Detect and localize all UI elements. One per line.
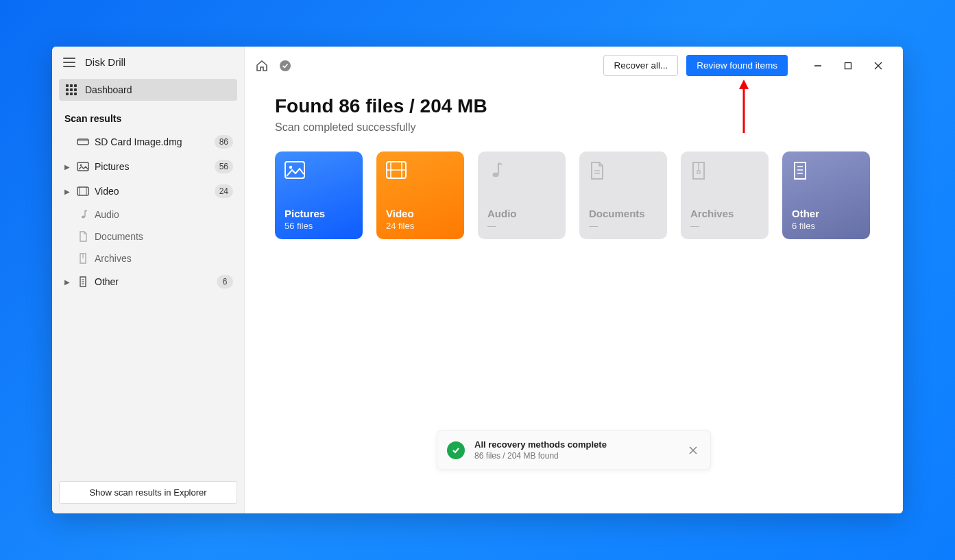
main-panel: Recover all... Review found items Found … — [245, 47, 903, 513]
sidebar-item-video[interactable]: ▶ Video 24 — [59, 179, 237, 204]
sidebar-item-archives[interactable]: Archives — [59, 247, 237, 269]
card-audio[interactable]: Audio — — [478, 151, 566, 239]
tree-label: Audio — [95, 209, 233, 220]
toast-title: All recovery methods complete — [474, 439, 676, 450]
tree-label: SD Card Image.dmg — [95, 136, 209, 147]
sidebar-item-pictures[interactable]: ▶ Pictures 56 — [59, 154, 237, 179]
audio-icon — [77, 209, 89, 220]
tree-label: Other — [95, 276, 211, 287]
svg-point-7 — [82, 216, 85, 219]
card-video[interactable]: Video 24 files — [376, 151, 464, 239]
card-name: Audio — [487, 208, 556, 219]
nav-label: Dashboard — [85, 84, 132, 95]
chevron-right-icon: ▶ — [63, 278, 71, 286]
sidebar-item-sd-card[interactable]: SD Card Image.dmg 86 — [59, 130, 237, 154]
sidebar-item-documents[interactable]: Documents — [59, 226, 237, 247]
card-archives[interactable]: Archives — — [681, 151, 769, 239]
card-name: Video — [386, 208, 455, 219]
chevron-right-icon: ▶ — [63, 188, 71, 195]
page-subtitle: Scan completed successfully — [275, 121, 873, 134]
toast-subtitle: 86 files / 204 MB found — [474, 451, 676, 461]
tree-label: Archives — [95, 253, 233, 264]
other-icon — [792, 161, 860, 186]
document-icon — [77, 231, 89, 242]
review-found-items-button[interactable]: Review found items — [686, 55, 788, 76]
svg-rect-0 — [77, 139, 88, 145]
menu-icon[interactable] — [63, 58, 75, 67]
toolbar: Recover all... Review found items — [245, 47, 903, 84]
card-count: — — [589, 221, 657, 231]
card-count: — — [690, 221, 759, 231]
tree-label: Documents — [95, 231, 233, 242]
home-icon[interactable] — [254, 58, 269, 73]
sidebar-item-dashboard[interactable]: Dashboard — [59, 79, 237, 101]
svg-rect-29 — [697, 171, 700, 173]
content-area: Found 86 files / 204 MB Scan completed s… — [245, 84, 903, 239]
chevron-right-icon: ▶ — [63, 163, 71, 171]
svg-rect-14 — [845, 62, 851, 69]
status-toast: All recovery methods complete 86 files /… — [437, 430, 711, 470]
card-name: Documents — [589, 208, 657, 219]
sidebar-tree: SD Card Image.dmg 86 ▶ Pictures 56 ▶ Vid… — [52, 130, 244, 294]
window-close-button[interactable] — [863, 56, 893, 76]
card-count: — — [487, 221, 556, 231]
card-other[interactable]: Other 6 files — [782, 151, 870, 239]
svg-point-25 — [493, 173, 499, 178]
sidebar: Disk Drill Dashboard Scan results SD Car… — [52, 47, 245, 513]
svg-rect-19 — [285, 162, 304, 178]
svg-rect-4 — [77, 187, 88, 195]
drive-icon — [77, 137, 89, 147]
pictures-icon — [77, 162, 89, 171]
section-label-scan-results: Scan results — [52, 105, 244, 130]
card-pictures[interactable]: Pictures 56 files — [275, 151, 363, 239]
tree-label: Pictures — [95, 161, 209, 172]
svg-point-12 — [280, 60, 291, 71]
count-badge: 6 — [217, 275, 233, 289]
card-name: Pictures — [285, 208, 353, 219]
audio-icon — [487, 161, 556, 186]
document-icon — [589, 161, 657, 186]
svg-point-3 — [80, 165, 82, 167]
card-count: 24 files — [386, 221, 455, 231]
card-name: Other — [792, 208, 860, 219]
page-title: Found 86 files / 204 MB — [275, 95, 873, 117]
sidebar-item-other[interactable]: ▶ Other 6 — [59, 269, 237, 294]
card-count: 56 files — [285, 221, 353, 231]
count-badge: 56 — [215, 160, 233, 173]
sidebar-item-audio[interactable]: Audio — [59, 204, 237, 226]
svg-point-20 — [289, 166, 292, 169]
check-circle-icon — [447, 441, 465, 459]
card-name: Archives — [690, 208, 759, 219]
video-icon — [386, 161, 455, 186]
other-icon — [77, 276, 89, 287]
count-badge: 86 — [215, 135, 233, 149]
card-count: 6 files — [792, 221, 860, 231]
video-icon — [77, 186, 89, 196]
show-in-explorer-button[interactable]: Show scan results in Explorer — [59, 481, 237, 504]
card-documents[interactable]: Documents — — [579, 151, 667, 239]
archive-icon — [690, 161, 759, 186]
toast-close-button[interactable] — [686, 443, 701, 458]
app-title: Disk Drill — [85, 56, 125, 68]
category-cards: Pictures 56 files Video 24 files Audio — — [275, 151, 873, 239]
sidebar-header: Disk Drill — [52, 47, 244, 75]
dashboard-icon — [66, 84, 77, 95]
count-badge: 24 — [215, 184, 233, 198]
window-maximize-button[interactable] — [833, 56, 863, 76]
pictures-icon — [285, 161, 353, 186]
shield-check-icon[interactable] — [278, 58, 293, 73]
archive-icon — [77, 253, 89, 264]
recover-all-button[interactable]: Recover all... — [603, 55, 678, 76]
app-window: Disk Drill Dashboard Scan results SD Car… — [52, 47, 903, 513]
window-minimize-button[interactable] — [803, 56, 833, 76]
tree-label: Video — [95, 186, 209, 197]
